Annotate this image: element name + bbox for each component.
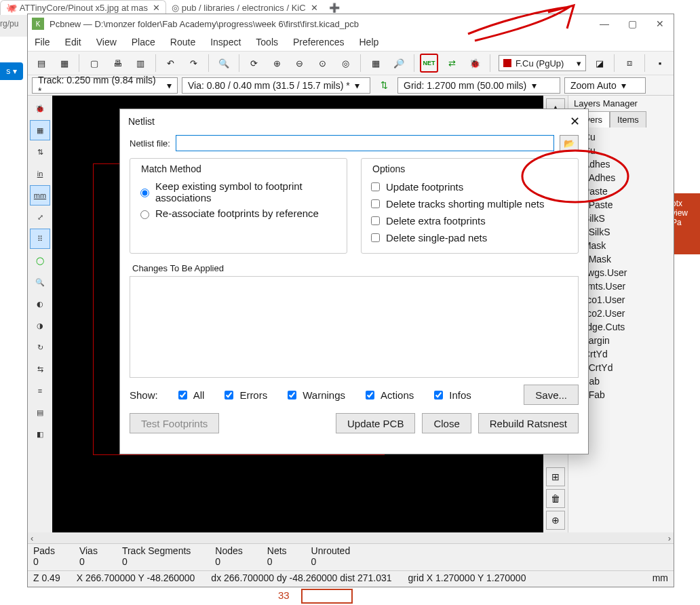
radio-reassoc[interactable]: Re-associate footprints by reference <box>137 206 340 221</box>
layer-item[interactable]: .CrtYd <box>581 347 674 361</box>
tb-page[interactable]: ▢ <box>85 54 104 73</box>
tb-print[interactable]: 🖶 <box>108 54 127 73</box>
layer-item[interactable]: 3.Adhes <box>581 171 674 184</box>
lt-layers-1[interactable]: ≡ <box>30 380 50 401</box>
test-footprints-button[interactable]: Test Footprints <box>130 413 219 433</box>
tb-footprint-lib[interactable]: ▦ <box>366 54 385 73</box>
auto-track-icon[interactable]: ⇅ <box>374 76 393 95</box>
side-pill[interactable]: s ▾ <box>0 62 23 80</box>
save-button[interactable]: Save... <box>524 385 579 405</box>
chk-show-warnings[interactable]: Warnings <box>285 387 345 404</box>
tb-load-netlist[interactable]: NET <box>420 54 439 73</box>
lt-unit-in[interactable]: in <box>30 163 50 184</box>
layer-item[interactable]: 3.SilkS <box>581 225 674 239</box>
layer-item[interactable]: 3.Fab <box>581 388 674 402</box>
tb-board-setup[interactable]: ▦ <box>55 54 74 73</box>
lt-layers-2[interactable]: ▤ <box>30 402 50 423</box>
tb-plot[interactable]: ▥ <box>131 54 150 73</box>
menu-view[interactable]: View <box>96 37 117 47</box>
via-size-combo[interactable]: Via: 0.80 / 0.40 mm (31.5 / 15.7 mils) *… <box>182 77 370 94</box>
chk-show-actions[interactable]: Actions <box>363 387 414 404</box>
layer-item[interactable]: .SilkS <box>581 212 674 225</box>
tb-script[interactable]: ▪ <box>650 54 669 73</box>
tb-drc[interactable]: 🐞 <box>465 54 484 73</box>
layer-item[interactable]: Cmts.User <box>581 279 674 293</box>
close-window-button[interactable]: ✕ <box>656 18 664 29</box>
lt-drc[interactable]: 🐞 <box>30 98 50 119</box>
layer-item[interactable]: .Fab <box>581 374 674 388</box>
lt-pad-fill[interactable]: ◐ <box>30 294 50 314</box>
netlist-file-input[interactable] <box>176 135 554 151</box>
chk-show-infos[interactable]: Infos <box>431 387 471 404</box>
menubar[interactable]: File Edit View Place Route Inspect Tools… <box>28 33 674 51</box>
layer-item[interactable]: .Cu <box>581 130 674 144</box>
chk-show-all[interactable]: All <box>176 387 205 404</box>
zoom-combo[interactable]: Zoom Auto ▾ <box>564 77 646 94</box>
chk-delete-extra[interactable]: Delete extra footprints <box>368 212 571 229</box>
layer-item[interactable]: Margin <box>581 334 674 347</box>
update-pcb-button[interactable]: Update PCB <box>336 413 415 433</box>
layer-select[interactable]: F.Cu (PgUp) ▾ <box>499 55 586 71</box>
lt-ratsnest[interactable]: ⠿ <box>30 229 50 249</box>
tb-zoom-out[interactable]: ⊖ <box>290 54 309 73</box>
lt-unit-mm[interactable]: mm <box>30 185 50 206</box>
lt-show-filled[interactable]: ◯ <box>30 250 50 271</box>
changes-list[interactable] <box>130 276 579 378</box>
tb-zoom-in[interactable]: ⊕ <box>267 54 286 73</box>
chk-update-fp[interactable]: Update footprints <box>368 178 571 195</box>
layer-item[interactable]: Dwgs.User <box>581 266 674 279</box>
h-scrollbar[interactable]: ‹› <box>28 532 674 543</box>
layer-item[interactable]: Eco1.User <box>581 293 674 307</box>
layers-tab-items[interactable]: Items <box>610 111 646 128</box>
lt-layers-3[interactable]: ◧ <box>30 424 50 444</box>
lt-track-fill[interactable]: ↻ <box>30 337 50 357</box>
chk-delete-single[interactable]: Delete single-pad nets <box>368 229 571 246</box>
lt-polar[interactable]: ⇅ <box>30 142 50 162</box>
menu-inspect[interactable]: Inspect <box>210 37 241 47</box>
grid-combo[interactable]: Grid: 1.2700 mm (50.00 mils) ▾ <box>397 77 560 94</box>
close-button[interactable]: Close <box>422 413 471 433</box>
tb-footprint-view[interactable]: 🔎 <box>389 54 408 73</box>
rt-delete[interactable]: 🗑 <box>546 489 565 508</box>
tb-refresh[interactable]: ⟳ <box>245 54 264 73</box>
tb-zoom-sel[interactable]: ◎ <box>336 54 355 73</box>
browser-tab-2[interactable]: ◎ pub / libraries / electronics / KiC ✕ <box>166 0 324 15</box>
lt-contrast[interactable]: ⇆ <box>30 359 50 379</box>
browse-button[interactable]: 📂 <box>560 135 579 151</box>
menu-tools[interactable]: Tools <box>256 37 278 47</box>
tb-zoom-fit[interactable]: ⊙ <box>313 54 332 73</box>
layer-item[interactable]: Eco2.User <box>581 307 674 320</box>
menu-help[interactable]: Help <box>359 37 378 47</box>
lt-show-outlines[interactable]: 🔍 <box>30 272 50 292</box>
lt-grid[interactable]: ▦ <box>30 120 50 140</box>
layer-item[interactable]: Edge.Cuts <box>581 320 674 334</box>
layer-item[interactable]: 3.Paste <box>581 198 674 212</box>
layer-item[interactable]: .Adhes <box>581 157 674 171</box>
tb-new[interactable]: ▤ <box>32 54 51 73</box>
browser-tab-1[interactable]: 🐙 ATTinyCore/Pinout x5.jpg at mas ✕ <box>0 0 166 15</box>
menu-place[interactable]: Place <box>132 37 155 47</box>
maximize-button[interactable]: ▢ <box>628 18 637 29</box>
browser-new-tab[interactable]: ➕ <box>324 0 345 15</box>
rt-grid[interactable]: ⊞ <box>546 467 565 486</box>
menu-file[interactable]: File <box>35 37 50 47</box>
radio-keep[interactable]: Keep existing symbol to footprint associ… <box>137 178 340 206</box>
tb-redo[interactable]: ↷ <box>184 54 203 73</box>
dialog-close-button[interactable]: ✕ <box>570 114 580 129</box>
tb-find[interactable]: 🔍 <box>214 54 233 73</box>
lt-cursor[interactable]: ⤢ <box>30 207 50 227</box>
rt-origin[interactable]: ⊕ <box>546 511 565 530</box>
minimize-button[interactable]: — <box>600 18 609 29</box>
lt-via-fill[interactable]: ◑ <box>30 315 50 336</box>
layer-item[interactable]: 3.CrtYd <box>581 361 674 374</box>
tb-layer-pair[interactable]: ◪ <box>590 54 609 73</box>
layer-item[interactable]: .Mask <box>581 239 674 252</box>
layer-item[interactable]: .Paste <box>581 184 674 198</box>
tb-undo[interactable]: ↶ <box>161 54 180 73</box>
layer-item[interactable]: 3.Mask <box>581 252 674 266</box>
tb-3d[interactable]: ⧈ <box>620 54 639 73</box>
track-width-combo[interactable]: Track: 0.250 mm (9.84 mils) * ▾ <box>32 77 178 94</box>
tb-update-pcb[interactable]: ⇄ <box>442 54 461 73</box>
menu-edit[interactable]: Edit <box>65 37 81 47</box>
chk-show-errors[interactable]: Errors <box>222 387 267 404</box>
